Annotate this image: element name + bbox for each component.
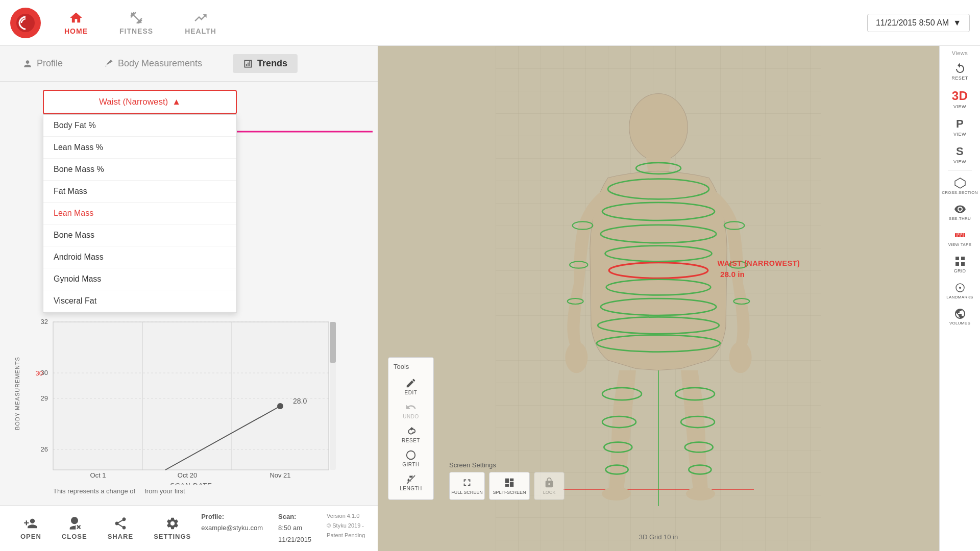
dropdown-item-bone-mass-pct[interactable]: Bone Mass %	[43, 159, 236, 181]
sidebar-landmarks[interactable]: LANDMARKS	[940, 278, 980, 304]
dropdown-arrow-icon: ▼	[953, 18, 961, 28]
dropdown-item-fat-mass[interactable]: Fat Mass	[43, 181, 236, 203]
tool-edit-label: EDIT	[405, 390, 418, 395]
scan-label: Scan:	[278, 513, 296, 520]
sidebar-reset-label: RESET	[951, 76, 968, 81]
svg-text:Oct 20: Oct 20	[178, 471, 197, 479]
svg-rect-13	[53, 322, 142, 470]
profile-value: example@styku.com	[201, 522, 263, 534]
dropdown-item-gynoid-mass[interactable]: Gynoid Mass	[43, 268, 236, 290]
metric-dropdown-menu: Body Fat % Lean Mass % Bone Mass % Fat M…	[43, 114, 237, 313]
3d-view-panel: WAIST (NARROWEST) 28.0 in Tools EDIT UND…	[378, 46, 939, 551]
dropdown-item-visceral-fat[interactable]: Visceral Fat	[43, 290, 236, 312]
sidebar-view-tape[interactable]: VIEW TAPE	[940, 225, 980, 251]
tool-reset[interactable]: RESET	[394, 422, 428, 446]
nav-fitness[interactable]: FITNESS	[111, 7, 161, 39]
sidebar-cross-section[interactable]: CROSS-SECTION	[940, 173, 980, 199]
dropdown-item-lean-mass-pct[interactable]: Lean Mass %	[43, 137, 236, 159]
svg-point-29	[565, 342, 587, 373]
tools-label: Tools	[394, 363, 428, 370]
tab-body-measurements-label: Body Measurements	[118, 58, 202, 69]
metric-dropdown-trigger[interactable]: Waist (Narrowest) ▲	[43, 90, 237, 114]
svg-text:28.0 in: 28.0 in	[720, 270, 745, 279]
sidebar-profile-view[interactable]: P VIEW	[940, 113, 980, 141]
lock-label: LOCK	[543, 490, 556, 495]
svg-text:26: 26	[41, 445, 48, 453]
nav-health[interactable]: HEALTH	[177, 7, 225, 39]
svg-text:30: 30	[36, 369, 43, 377]
dropdown-item-android-mass[interactable]: Android Mass	[43, 246, 236, 268]
svg-marker-60	[955, 178, 965, 188]
scan-value: 8:50 am 11/21/2015	[278, 522, 311, 545]
profile-label: Profile:	[201, 513, 224, 520]
close-button[interactable]: CLOSE	[52, 512, 97, 544]
share-button[interactable]: SHARE	[97, 512, 144, 544]
silhouette-view-icon: S	[956, 145, 964, 158]
3d-view-icon: 3D	[952, 89, 968, 103]
open-button[interactable]: OPEN	[10, 512, 52, 544]
datetime-selector[interactable]: 11/21/2015 8:50 AM ▼	[867, 14, 970, 32]
screen-settings-panel: Screen Settings FULL SCREEN SPLIT-SCREEN…	[449, 461, 565, 500]
silhouette-view-label: VIEW	[953, 159, 966, 164]
sidebar-see-thru[interactable]: SEE-THRU	[940, 199, 980, 225]
svg-rect-24	[330, 322, 336, 363]
tab-trends-label: Trends	[257, 58, 287, 69]
svg-rect-14	[142, 322, 232, 470]
profile-view-label: VIEW	[953, 132, 966, 137]
svg-point-59	[407, 451, 415, 460]
sidebar-3d-view[interactable]: 3D VIEW	[940, 85, 980, 113]
tab-profile[interactable]: Profile	[12, 54, 73, 73]
full-screen-label: FULL SCREEN	[451, 490, 483, 495]
dropdown-item-body-fat-pct[interactable]: Body Fat %	[43, 115, 236, 137]
right-sidebar: Views RESET 3D VIEW P VIEW S VIEW CROSS-…	[939, 46, 980, 551]
nav-home-label: HOME	[64, 27, 88, 35]
sidebar-silhouette-view[interactable]: S VIEW	[940, 141, 980, 168]
sidebar-divider-1	[948, 170, 972, 171]
sidebar-volumes[interactable]: VOLUMES	[940, 304, 980, 330]
views-label: Views	[952, 50, 968, 56]
cross-section-label: CROSS-SECTION	[942, 190, 978, 195]
split-screen-button[interactable]: SPLIT-SCREEN	[489, 472, 530, 500]
dropdown-item-bone-mass[interactable]: Bone Mass	[43, 224, 236, 246]
settings-button[interactable]: SETTINGS	[143, 512, 201, 544]
tool-girth[interactable]: GIRTH	[394, 446, 428, 470]
svg-point-31	[602, 487, 631, 500]
y-axis-label: BODY MEASUREMENTS	[14, 357, 20, 430]
chart-info-text: This represents a change of from your fi…	[53, 487, 365, 495]
nav-home[interactable]: HOME	[56, 7, 96, 39]
dropdown-item-lean-mass[interactable]: Lean Mass	[43, 203, 236, 224]
tool-girth-label: GIRTH	[402, 462, 419, 467]
tab-body-measurements[interactable]: Body Measurements	[93, 54, 212, 73]
tool-length[interactable]: LENGTH	[394, 470, 428, 494]
svg-text:Nov 21: Nov 21	[270, 471, 290, 479]
svg-text:SCAN DATE: SCAN DATE	[170, 482, 212, 485]
copyright-text: © Styku 2019 - Patent Pending	[327, 521, 368, 540]
open-label: OPEN	[20, 533, 41, 540]
top-navigation: HOME FITNESS HEALTH 11/21/2015 8:50 AM ▼	[0, 0, 980, 46]
tab-trends[interactable]: Trends	[233, 54, 298, 73]
svg-text:28.0: 28.0	[293, 397, 307, 405]
selected-metric-label: Waist (Narrowest)	[99, 97, 168, 107]
model-viewport: WAIST (NARROWEST) 28.0 in Tools EDIT UND…	[378, 46, 939, 551]
profile-scan-info: Profile: example@styku.com Scan: 8:50 am…	[201, 511, 368, 545]
main-content: Profile Body Measurements Trends Waist (…	[0, 46, 980, 551]
screen-settings-label: Screen Settings	[449, 461, 565, 469]
tool-undo[interactable]: UNDO	[394, 398, 428, 422]
sidebar-reset[interactable]: RESET	[940, 58, 980, 85]
settings-label: SETTINGS	[154, 533, 191, 540]
sidebar-grid[interactable]: GRID	[940, 251, 980, 278]
full-screen-button[interactable]: FULL SCREEN	[449, 472, 485, 500]
app-logo[interactable]	[10, 8, 41, 38]
3d-view-label: VIEW	[953, 104, 966, 109]
data-point	[277, 403, 283, 409]
svg-point-28	[629, 94, 688, 161]
share-label: SHARE	[108, 533, 134, 540]
tool-undo-label: UNDO	[403, 414, 419, 419]
tab-profile-label: Profile	[37, 58, 63, 69]
svg-text:WAIST (NARROWEST): WAIST (NARROWEST)	[718, 259, 800, 267]
nav-fitness-label: FITNESS	[119, 27, 153, 35]
svg-rect-15	[232, 322, 329, 470]
lock-button[interactable]: LOCK	[534, 472, 565, 500]
tool-edit[interactable]: EDIT	[394, 374, 428, 398]
svg-text:32: 32	[41, 318, 48, 325]
